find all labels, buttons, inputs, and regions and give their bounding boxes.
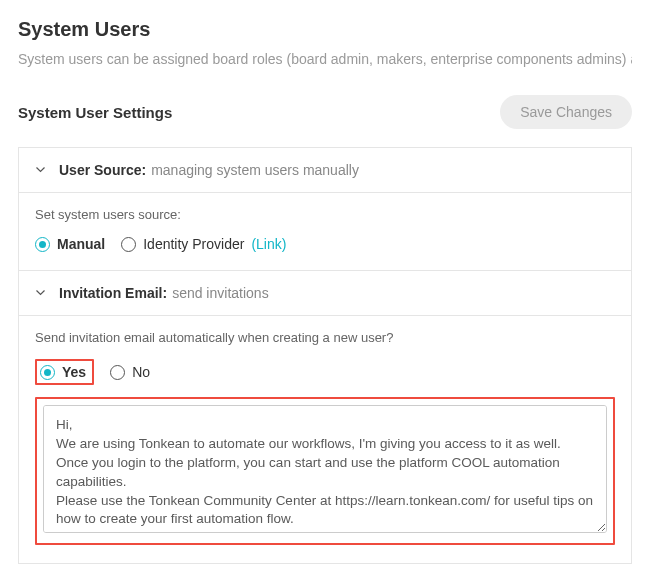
user-source-body-label: Set system users source: [35,207,615,222]
radio-manual-label: Manual [57,236,105,252]
settings-heading: System User Settings [18,104,172,121]
radio-yes[interactable]: Yes [40,364,86,380]
highlight-yes-annotation: Yes [35,359,94,385]
settings-panel: User Source: managing system users manua… [18,147,632,564]
radio-manual[interactable]: Manual [35,236,105,252]
radio-identity-provider[interactable]: Identity Provider (Link) [121,236,286,252]
user-source-value: managing system users manually [151,162,359,178]
user-source-radio-row: Manual Identity Provider (Link) [35,236,615,252]
invitation-email-body: Send invitation email automatically when… [19,315,631,563]
radio-idp-label: Identity Provider [143,236,244,252]
user-source-label: User Source: [59,162,146,178]
radio-no[interactable]: No [110,364,150,380]
user-source-body: Set system users source: Manual Identity… [19,192,631,270]
page-title: System Users [18,18,632,41]
invitation-email-header[interactable]: Invitation Email: send invitations [19,270,631,315]
radio-button-icon [121,237,136,252]
invitation-email-value: send invitations [172,285,269,301]
highlight-textarea-annotation [35,397,615,545]
chevron-down-icon [35,165,45,175]
invitation-body-label: Send invitation email automatically when… [35,330,615,345]
radio-button-icon [40,365,55,380]
save-changes-button[interactable]: Save Changes [500,95,632,129]
radio-no-label: No [132,364,150,380]
chevron-down-icon [35,288,45,298]
page-description: System users can be assigned board roles… [18,51,632,67]
user-source-header[interactable]: User Source: managing system users manua… [19,148,631,192]
radio-button-icon [35,237,50,252]
radio-button-icon [110,365,125,380]
radio-yes-label: Yes [62,364,86,380]
settings-header: System User Settings Save Changes [18,95,632,129]
invitation-email-textarea[interactable] [43,405,607,533]
invitation-email-label: Invitation Email: [59,285,167,301]
invitation-radio-row: Yes No [35,359,615,385]
identity-provider-link[interactable]: (Link) [251,236,286,252]
